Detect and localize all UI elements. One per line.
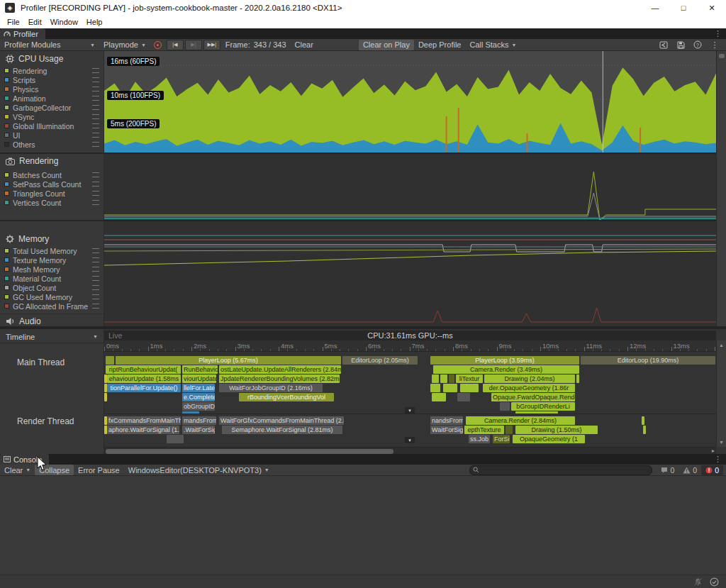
console-search-field[interactable]	[469, 465, 652, 475]
module-item-setpass-calls-count[interactable]: SetPass Calls Count	[4, 179, 101, 189]
timeline-block[interactable]: PlayerLoop (3.59ms)	[430, 356, 579, 365]
module-item-batches-count[interactable]: Batches Count	[4, 170, 101, 179]
timeline-block[interactable]	[576, 375, 579, 383]
console-tab-menu-icon[interactable]: ⋮	[710, 455, 726, 464]
module-item-ui[interactable]: UI	[4, 131, 101, 140]
timeline-block[interactable]: der.OpaqueGeometry (1.86r	[483, 384, 575, 392]
timeline-block[interactable]: obGroupID	[182, 402, 215, 411]
timeline-view-dropdown[interactable]: Timeline ▼	[0, 331, 104, 343]
close-button[interactable]: ✕	[698, 0, 726, 16]
timeline-block[interactable]	[449, 375, 454, 383]
timeline-block[interactable]: rBoundingVcerBoundingVol	[239, 393, 334, 401]
drag-handle-icon[interactable]	[92, 87, 99, 91]
timeline-block[interactable]: WaitForSig	[430, 426, 463, 434]
timeline-block[interactable]: Drawing (1.50ms)	[515, 426, 598, 434]
timeline-block[interactable]	[642, 416, 644, 425]
save-profile-icon[interactable]	[675, 40, 686, 50]
timeline-block[interactable]: WaitForGfxCommandsFromMainThread (2.8	[219, 416, 344, 425]
menu-edit[interactable]: Edit	[24, 18, 46, 26]
minimize-button[interactable]: —	[641, 0, 669, 16]
timeline-block[interactable]: ostLateUpdate.UpdateAllRenderers (2.84ms	[219, 365, 341, 374]
drag-handle-icon[interactable]	[92, 182, 99, 187]
prev-frame-button[interactable]: |◀	[167, 40, 184, 50]
timeline-block[interactable]	[106, 356, 114, 365]
module-item-global-illumination[interactable]: Global Illumination	[4, 121, 101, 131]
console-log-area[interactable]	[0, 476, 726, 575]
timeline-block[interactable]: RunBehaviou	[182, 365, 218, 374]
cpu-usage-chart[interactable]: 16ms (60FPS)10ms (100FPS)5ms (200FPS)	[104, 51, 716, 152]
module-item-others[interactable]: Others	[4, 140, 101, 149]
drag-handle-icon[interactable]	[92, 191, 99, 196]
timeline-block[interactable]: ForSi	[493, 435, 510, 443]
timeline-block[interactable]: epthTexture	[464, 426, 504, 434]
timeline-block[interactable]: .WaitForSign	[182, 426, 215, 434]
timeline-block[interactable]	[460, 384, 479, 392]
notifications-muted-icon[interactable]	[693, 577, 703, 587]
drag-handle-icon[interactable]	[92, 285, 99, 290]
record-button[interactable]	[152, 40, 164, 50]
call-stacks-dropdown[interactable]: Call Stacks ▼	[465, 40, 520, 50]
timeline-block[interactable]: Drawing (2.04ms)	[484, 375, 575, 383]
timeline-block[interactable]	[443, 384, 457, 392]
timeline-block[interactable]: Opaque.FwardOpaque.Rende	[491, 393, 575, 401]
timeline-block[interactable]	[643, 426, 646, 434]
timeline-block[interactable]	[104, 393, 107, 401]
timeline-block[interactable]: ss.Job	[469, 435, 490, 443]
module-item-texture-memory[interactable]: Texture Memory	[4, 255, 101, 265]
timeline-block[interactable]: viourUpdate	[182, 375, 216, 383]
error-count-badge[interactable]: 0	[701, 465, 723, 475]
profiler-tab-menu-icon[interactable]: ⋮	[710, 29, 726, 38]
timeline-block[interactable]: ehaviourUpdate (1.58ms	[107, 375, 181, 383]
timeline-block[interactable]: WaitForJobGroupID (2.16ms)	[219, 384, 323, 392]
rendering-chart[interactable]	[104, 152, 716, 220]
charts-vertical-scrollbar[interactable]	[716, 51, 726, 326]
deep-profile-toggle[interactable]: Deep Profile	[414, 40, 466, 50]
timeline-block[interactable]: Camera.Render (2.84ms)	[466, 416, 575, 425]
timeline-block[interactable]: riptRunBehaviourUpdat(	[106, 365, 181, 374]
module-item-object-count[interactable]: Object Count	[4, 283, 101, 292]
timeline-block[interactable]: llelFor.LateL	[182, 384, 215, 392]
progress-check-icon[interactable]	[710, 577, 719, 587]
drag-handle-icon[interactable]	[92, 123, 99, 128]
drag-handle-icon[interactable]	[92, 96, 99, 101]
next-frame-button[interactable]: ▶|	[185, 40, 202, 50]
drag-handle-icon[interactable]	[92, 267, 99, 272]
playmode-dropdown[interactable]: Playmode ▼	[99, 40, 150, 50]
scrollbar-thumb[interactable]	[106, 449, 393, 454]
timeline-block[interactable]: PlayerLoop (5.67ms)	[116, 356, 341, 365]
expand-rows-button[interactable]: ▼	[405, 407, 415, 414]
timeline-block[interactable]: Camera.Render (3.49ms)	[433, 365, 579, 374]
timeline-block[interactable]: EditorLoop (2.05ms)	[342, 356, 418, 365]
scroll-down-icon[interactable]: ▼	[719, 440, 724, 445]
timeline-block[interactable]	[506, 426, 513, 434]
timeline-block[interactable]: OpaqueGeometry (1	[513, 435, 585, 443]
console-collapse-toggle[interactable]: Collapse	[35, 465, 74, 475]
timeline-block[interactable]	[167, 435, 184, 443]
menu-help[interactable]: Help	[82, 18, 107, 26]
console-target-dropdown[interactable]: WindowsEditor(DESKTOP-KNVPOT3) ▼	[124, 465, 274, 475]
timeline-block[interactable]: Semaphore.WaitForSignal (2.81ms)	[222, 426, 342, 434]
console-error-pause-toggle[interactable]: Error Pause	[74, 465, 124, 475]
drag-handle-icon[interactable]	[92, 200, 99, 205]
timeline-block[interactable]: EditorLoop (19.90ms)	[581, 356, 715, 365]
drag-handle-icon[interactable]	[92, 133, 99, 138]
timeline-block[interactable]: bGroupIDRenderLi	[511, 402, 575, 411]
module-header-audio[interactable]: Audio	[6, 316, 41, 326]
timeline-block[interactable]: nandsFromM	[430, 416, 463, 425]
drag-handle-icon[interactable]	[92, 294, 99, 299]
module-item-gc-allocated-in-frame[interactable]: GC Allocated In Frame	[4, 301, 101, 311]
warning-count-badge[interactable]: 0	[678, 465, 701, 475]
info-count-badge[interactable]: 0	[657, 465, 678, 475]
tab-console[interactable]: Console	[0, 454, 49, 465]
timeline-vertical-scrollbar[interactable]: ▲ ▼	[716, 340, 726, 447]
scroll-right-icon[interactable]: ▸	[712, 448, 715, 454]
timeline-block[interactable]: tionParallelFor.Update()	[107, 384, 181, 392]
timeline-block[interactable]: mandsFromM	[182, 416, 216, 425]
console-clear-dropdown[interactable]: Clear ▼	[0, 465, 35, 475]
module-item-total-used-memory[interactable]: Total Used Memory	[4, 246, 101, 255]
timeline-block[interactable]: aphore.WaitForSignal (1.7	[107, 426, 179, 434]
help-icon[interactable]: ?	[692, 40, 703, 50]
drag-handle-icon[interactable]	[92, 304, 99, 309]
maximize-button[interactable]: □	[669, 0, 698, 16]
module-item-physics[interactable]: Physics	[4, 84, 101, 94]
